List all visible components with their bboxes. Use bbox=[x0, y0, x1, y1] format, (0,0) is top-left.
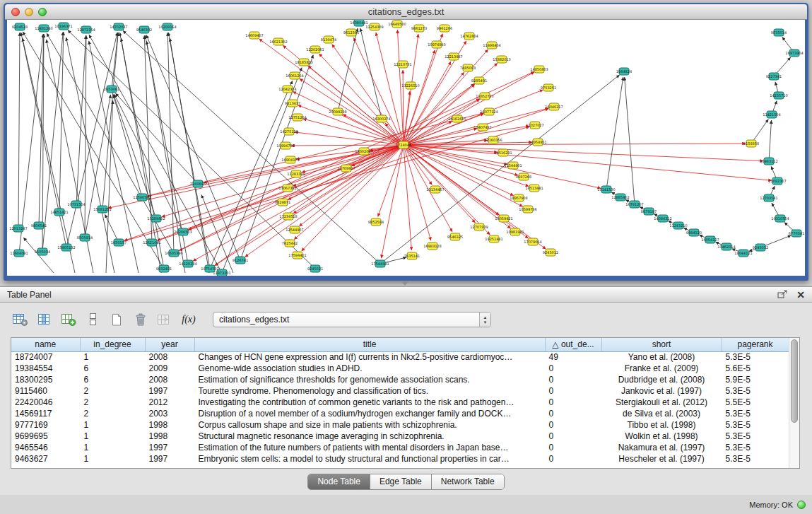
cell-pagerank[interactable]: 5.3E-5 bbox=[722, 453, 789, 465]
table-row[interactable]: 969969511998Structural magnetic resonanc… bbox=[11, 431, 789, 442]
column-header-short[interactable]: short bbox=[601, 338, 722, 351]
cell-short[interactable]: Yano et al. (2008) bbox=[601, 351, 722, 363]
graph-node[interactable]: 10974893 bbox=[428, 41, 445, 48]
graph-node[interactable]: 15289802 bbox=[147, 215, 165, 222]
graph-edge[interactable] bbox=[119, 127, 529, 243]
create-column-icon[interactable] bbox=[59, 310, 78, 329]
cell-short[interactable]: Nakamura et al. (1997) bbox=[601, 442, 722, 453]
graph-edge[interactable] bbox=[114, 94, 183, 232]
graph-edge[interactable] bbox=[201, 194, 233, 273]
cell-pagerank[interactable]: 5.3E-5 bbox=[722, 419, 789, 431]
graph-node[interactable]: 13226510 bbox=[401, 82, 419, 89]
graph-edge[interactable] bbox=[113, 95, 142, 197]
graph-node[interactable]: 17234518 bbox=[279, 213, 297, 220]
cell-in_degree[interactable]: 1 bbox=[80, 442, 145, 453]
cell-name[interactable]: 18300295 bbox=[11, 374, 80, 385]
graph-edge[interactable] bbox=[89, 41, 139, 273]
cell-title[interactable]: Investigating the contribution of common… bbox=[194, 397, 545, 408]
cell-year[interactable]: 1998 bbox=[145, 431, 194, 442]
memory-status-dot[interactable] bbox=[797, 501, 806, 509]
cell-year[interactable]: 1997 bbox=[145, 442, 194, 453]
graph-edge[interactable] bbox=[404, 72, 534, 145]
cell-title[interactable]: Corpus callosum shape and size in male p… bbox=[194, 419, 545, 431]
graph-node[interactable]: 9546325 bbox=[447, 233, 463, 240]
graph-edge[interactable] bbox=[76, 35, 86, 204]
graph-node[interactable]: 14702037 bbox=[110, 23, 127, 30]
graph-node[interactable]: 10599736 bbox=[519, 206, 536, 213]
cell-short[interactable]: Dudbridge et al. (2008) bbox=[601, 374, 722, 385]
cell-title[interactable]: Estimation of the future numbers of pati… bbox=[194, 442, 545, 453]
cell-title[interactable]: Structural magnetic resonance image aver… bbox=[194, 431, 545, 442]
cell-short[interactable]: Franke et al. (2009) bbox=[601, 363, 722, 374]
graph-edge[interactable] bbox=[769, 120, 772, 161]
close-panel-icon[interactable]: ✕ bbox=[796, 290, 805, 300]
graph-node[interactable]: 11604091 bbox=[10, 250, 28, 257]
graph-node[interactable]: 9245021 bbox=[307, 265, 323, 272]
graph-edge[interactable] bbox=[294, 145, 404, 240]
graph-node[interactable]: 15134457 bbox=[426, 186, 444, 193]
cell-name[interactable]: 9777169 bbox=[11, 419, 80, 431]
graph-node[interactable]: 16983128 bbox=[423, 243, 441, 250]
graph-node[interactable]: 9961206 bbox=[437, 25, 452, 32]
graph-node[interactable]: 15081251 bbox=[93, 206, 111, 213]
cell-out_degree[interactable]: 0 bbox=[545, 385, 601, 397]
graph-node[interactable]: 9852584 bbox=[368, 218, 384, 226]
rows-icon[interactable] bbox=[83, 310, 102, 329]
graph-node[interactable]: 8130474 bbox=[321, 36, 336, 43]
graph-node[interactable]: 10731504 bbox=[67, 201, 85, 208]
graph-edge[interactable] bbox=[210, 81, 293, 269]
graph-node[interactable]: 7485083 bbox=[460, 64, 476, 71]
cell-in_degree[interactable]: 1 bbox=[80, 351, 145, 363]
graph-edge[interactable] bbox=[382, 145, 404, 258]
new-file-icon[interactable] bbox=[107, 310, 126, 329]
cell-out_degree[interactable]: 0 bbox=[545, 397, 601, 408]
graph-node[interactable]: 9535014 bbox=[771, 29, 787, 36]
graph-node[interactable]: 9245012 bbox=[543, 249, 558, 256]
column-header-in_degree[interactable]: in_degree bbox=[80, 338, 145, 351]
cell-name[interactable]: 9699695 bbox=[11, 431, 80, 442]
graph-node[interactable]: 17544941 bbox=[371, 260, 389, 267]
graph-edge[interactable] bbox=[404, 99, 480, 145]
cell-pagerank[interactable]: 5.3E-5 bbox=[722, 385, 789, 397]
graph-node[interactable]: 19251441 bbox=[485, 235, 502, 243]
tab-edge-table[interactable]: Edge Table bbox=[370, 474, 432, 489]
graph-node[interactable]: 8505914 bbox=[77, 234, 93, 241]
cell-title[interactable]: Tourette syndrome. Phenomenology and cla… bbox=[194, 385, 545, 397]
cell-name[interactable]: 9465546 bbox=[11, 442, 80, 453]
graph-node[interactable]: 12621041 bbox=[143, 239, 160, 246]
graph-node[interactable]: 9245032 bbox=[753, 244, 768, 251]
graph-node[interactable]: 18957908 bbox=[510, 194, 527, 201]
graph-node[interactable]: 12885402 bbox=[611, 194, 629, 201]
cell-out_degree[interactable]: 0 bbox=[545, 419, 601, 431]
graph-edge[interactable] bbox=[174, 99, 480, 253]
graph-node[interactable]: 7635141 bbox=[404, 252, 420, 259]
graph-node[interactable]: 9832481 bbox=[156, 265, 172, 272]
graph-edge[interactable] bbox=[105, 214, 119, 243]
cell-year[interactable]: 2012 bbox=[145, 397, 194, 408]
cell-out_degree[interactable]: 49 bbox=[545, 351, 601, 363]
graph-node[interactable]: 12213987 bbox=[445, 53, 462, 60]
graph-edge[interactable] bbox=[170, 38, 209, 273]
graph-node[interactable]: 9204518 bbox=[12, 23, 28, 30]
graph-node[interactable]: 14235710 bbox=[770, 92, 787, 99]
graph-node[interactable]: 7625442 bbox=[282, 240, 298, 247]
graph-node[interactable]: 1984824 bbox=[616, 68, 632, 75]
graph-edge[interactable] bbox=[296, 145, 404, 159]
cell-name[interactable]: 9463627 bbox=[11, 453, 80, 465]
graph-node[interactable]: 11421504 bbox=[763, 111, 780, 118]
cell-year[interactable]: 1997 bbox=[145, 453, 194, 465]
delete-icon[interactable] bbox=[131, 310, 151, 329]
cell-name[interactable]: 19384554 bbox=[11, 363, 80, 374]
graph-node[interactable]: 20099238 bbox=[329, 108, 346, 115]
table-row[interactable]: 1872400712008Changes of HCN gene express… bbox=[11, 351, 789, 363]
graph-node[interactable]: 10352720 bbox=[476, 93, 493, 100]
graph-edge[interactable] bbox=[302, 145, 404, 251]
graph-node[interactable]: 18044121 bbox=[734, 250, 752, 257]
show-columns-icon[interactable] bbox=[35, 310, 54, 329]
column-header-year[interactable]: year bbox=[145, 338, 194, 351]
network-graph[interactable]: 1724046813047496123061125430916649500986… bbox=[7, 20, 805, 276]
graph-node[interactable]: 12544907 bbox=[286, 226, 303, 233]
vertical-scrollbar[interactable] bbox=[789, 338, 799, 468]
graph-node[interactable]: 14651421 bbox=[50, 209, 68, 216]
graph-node[interactable]: 11283309 bbox=[287, 170, 305, 177]
